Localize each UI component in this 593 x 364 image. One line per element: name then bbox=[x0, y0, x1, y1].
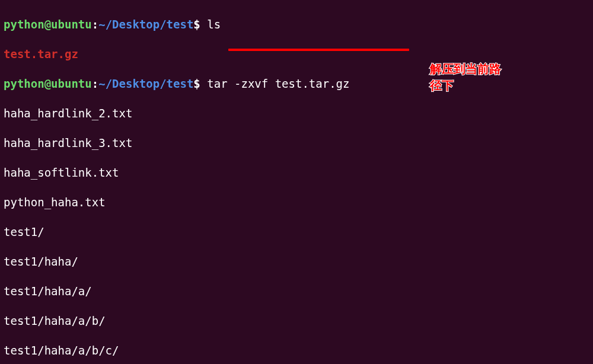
prompt-path: ~/Desktop/test bbox=[98, 18, 193, 31]
command-ls-1: ls bbox=[200, 18, 221, 31]
annotation-underline bbox=[228, 49, 409, 51]
prompt-line-1[interactable]: python@ubuntu:~/Desktop/test$ ls bbox=[4, 17, 397, 32]
prompt-host: ubuntu bbox=[51, 18, 92, 31]
tar-output-line: haha_hardlink_3.txt bbox=[4, 136, 397, 151]
tar-output-line: test1/haha/a/b/ bbox=[4, 314, 397, 328]
archive-file: test.tar.gz bbox=[4, 47, 78, 60]
prompt-line-2[interactable]: python@ubuntu:~/Desktop/test$ tar -zxvf … bbox=[4, 76, 397, 91]
tar-output-line: test1/haha/a/ bbox=[4, 284, 397, 299]
annotation-line: 径下 bbox=[430, 77, 501, 94]
prompt-user: python bbox=[4, 18, 44, 31]
annotation-text: 解压到当前路 径下 bbox=[430, 60, 501, 94]
tar-output-line: python_haha.txt bbox=[4, 195, 397, 210]
tar-output-line: haha_softlink.txt bbox=[4, 165, 397, 180]
tar-output-line: test1/ bbox=[4, 225, 397, 240]
tar-output-line: test1/haha/a/b/c/ bbox=[4, 343, 397, 358]
tar-output-line: test1/haha/ bbox=[4, 254, 397, 269]
tar-output-line: haha_hardlink_2.txt bbox=[4, 106, 397, 121]
annotation-line: 解压到当前路 bbox=[430, 60, 501, 77]
command-tar: tar -zxvf test.tar.gz bbox=[200, 77, 350, 90]
terminal-output: python@ubuntu:~/Desktop/test$ ls test.ta… bbox=[4, 2, 397, 364]
